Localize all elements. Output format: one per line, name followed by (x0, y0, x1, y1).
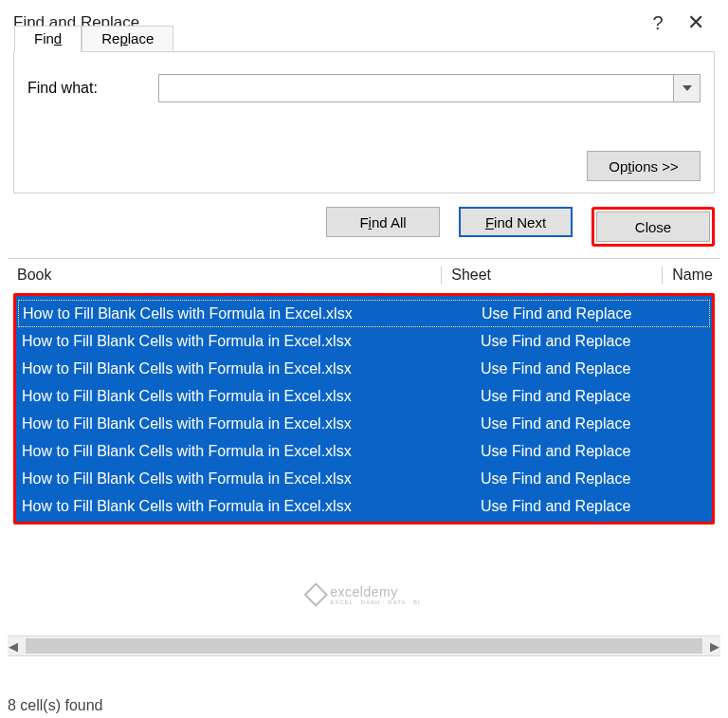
result-book: How to Fill Blank Cells with Formula in … (22, 470, 481, 488)
result-row[interactable]: How to Fill Blank Cells with Formula in … (18, 327, 710, 355)
result-row[interactable]: How to Fill Blank Cells with Formula in … (18, 465, 710, 492)
close-button[interactable]: Close (596, 212, 710, 242)
result-row[interactable]: How to Fill Blank Cells with Formula in … (18, 492, 710, 520)
scroll-right-arrow[interactable]: ▶ (704, 636, 720, 655)
result-book: How to Fill Blank Cells with Formula in … (22, 360, 481, 377)
result-sheet: Use Find and Replace (481, 360, 706, 377)
result-row[interactable]: How to Fill Blank Cells with Formula in … (18, 437, 710, 465)
column-sheet[interactable]: Sheet (442, 267, 663, 284)
result-sheet: Use Find and Replace (481, 333, 706, 350)
results-pane: Book Sheet Name How to Fill Blank Cells … (8, 258, 720, 656)
column-name[interactable]: Name (663, 267, 713, 284)
result-row[interactable]: How to Fill Blank Cells with Formula in … (18, 300, 710, 327)
result-sheet: Use Find and Replace (481, 498, 706, 515)
scroll-thumb[interactable] (26, 638, 702, 654)
result-book: How to Fill Blank Cells with Formula in … (22, 333, 481, 350)
find-next-button[interactable]: Find Next (459, 207, 573, 237)
find-what-label: Find what: (27, 80, 158, 97)
options-button[interactable]: Options >> (587, 151, 701, 181)
horizontal-scrollbar[interactable]: ◀ ▶ (8, 635, 720, 656)
help-button[interactable]: ? (639, 12, 677, 34)
find-panel: Find Replace Find what: Options >> (13, 51, 715, 193)
watermark-logo-icon (303, 582, 327, 606)
watermark: exceldemy EXCEL · DASH · DATA · BI (307, 584, 421, 605)
close-highlight: Close (592, 207, 715, 247)
result-row[interactable]: How to Fill Blank Cells with Formula in … (18, 355, 710, 382)
result-book: How to Fill Blank Cells with Formula in … (23, 305, 482, 322)
result-book: How to Fill Blank Cells with Formula in … (22, 443, 481, 460)
results-body: How to Fill Blank Cells with Formula in … (13, 293, 715, 525)
chevron-down-icon (682, 85, 692, 91)
watermark-text: exceldemy (330, 584, 397, 599)
find-what-dropdown[interactable] (673, 75, 700, 101)
result-sheet: Use Find and Replace (481, 388, 706, 405)
find-what-input[interactable] (159, 75, 673, 101)
result-row[interactable]: How to Fill Blank Cells with Formula in … (18, 382, 710, 410)
watermark-sub: EXCEL · DASH · DATA · BI (330, 599, 421, 605)
close-icon[interactable]: ✕ (677, 10, 715, 35)
status-text: 8 cell(s) found (8, 697, 103, 714)
result-book: How to Fill Blank Cells with Formula in … (22, 415, 481, 433)
result-sheet: Use Find and Replace (481, 443, 706, 460)
result-sheet: Use Find and Replace (482, 305, 705, 322)
result-book: How to Fill Blank Cells with Formula in … (22, 388, 481, 405)
results-header: Book Sheet Name (8, 259, 720, 289)
find-all-button[interactable]: Find All (326, 207, 440, 237)
column-book[interactable]: Book (15, 267, 442, 284)
tabs: Find Replace (14, 26, 173, 52)
action-buttons: Find All Find Next Close (0, 193, 728, 254)
tab-replace[interactable]: Replace (82, 26, 173, 52)
tab-find[interactable]: Find (14, 26, 82, 52)
result-book: How to Fill Blank Cells with Formula in … (22, 498, 481, 515)
result-row[interactable]: How to Fill Blank Cells with Formula in … (18, 410, 710, 437)
scroll-left-arrow[interactable]: ◀ (8, 636, 24, 655)
find-what-combo[interactable] (158, 74, 701, 102)
result-sheet: Use Find and Replace (481, 470, 706, 488)
result-sheet: Use Find and Replace (481, 415, 706, 433)
